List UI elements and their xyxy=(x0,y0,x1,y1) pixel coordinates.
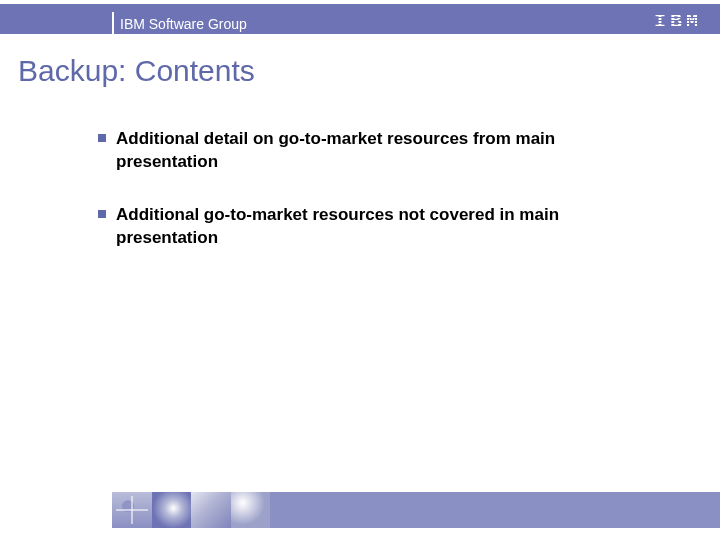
list-item: Additional go-to-market resources not co… xyxy=(98,204,623,250)
footer-purple-band xyxy=(270,492,720,528)
footer-image-strip xyxy=(112,492,270,528)
header-divider xyxy=(112,12,114,34)
header-bar: IBM Software Group IBM xyxy=(0,4,720,34)
footer-bar xyxy=(0,492,720,528)
header-group-label: IBM Software Group xyxy=(120,16,247,32)
list-item: Additional detail on go-to-market resour… xyxy=(98,128,623,174)
slide-title: Backup: Contents xyxy=(18,54,255,88)
footer-spacer xyxy=(0,492,112,528)
slide: IBM Software Group IBM Backup: Contents … xyxy=(0,0,720,540)
footer-tile-abstract-icon xyxy=(231,492,271,528)
footer-tile-crosshair-icon xyxy=(112,492,152,528)
square-bullet-icon xyxy=(98,210,106,218)
content-area: Additional detail on go-to-market resour… xyxy=(98,128,623,280)
bullet-text: Additional detail on go-to-market resour… xyxy=(116,128,623,174)
ibm-logo-text: IBM xyxy=(654,12,702,32)
footer-tile-face-icon xyxy=(191,492,231,528)
square-bullet-icon xyxy=(98,134,106,142)
bullet-text: Additional go-to-market resources not co… xyxy=(116,204,623,250)
footer-tile-globe-icon xyxy=(152,492,192,528)
ibm-logo: IBM xyxy=(654,12,702,32)
